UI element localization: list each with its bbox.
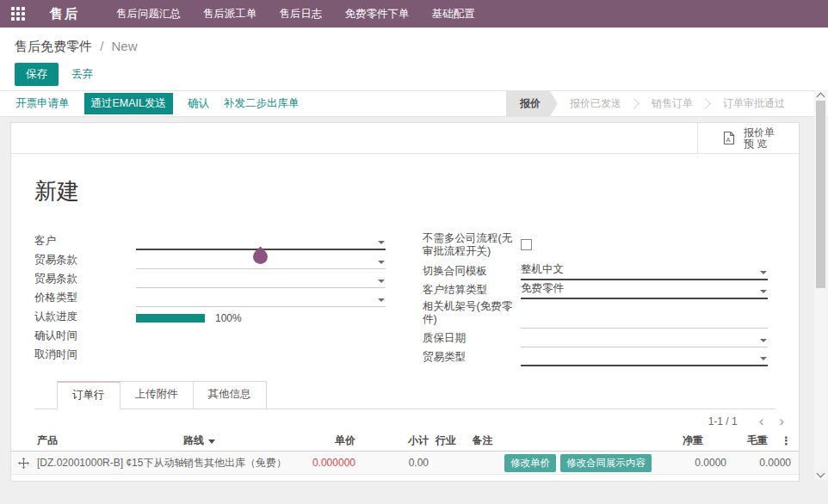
- tab-attachments[interactable]: 上传附件: [120, 381, 194, 409]
- table-row[interactable]: [DZ.02001000R-B] ¢15下从动轴 销售其他出库（免费） 0.00…: [11, 452, 799, 475]
- cell-product[interactable]: [DZ.02001000R-B] ¢15下从动轴: [37, 456, 183, 470]
- notebook: 订单行 上传附件 其他信息: [34, 381, 775, 409]
- cell-gross-weight[interactable]: 0.0000: [726, 457, 791, 469]
- field-trade-terms-2: 贸易条款: [34, 270, 386, 288]
- customer-select[interactable]: [136, 232, 386, 250]
- cell-subtotal[interactable]: 0.00: [355, 457, 429, 469]
- warranty-date-select[interactable]: [521, 329, 768, 347]
- field-trade-terms-1: 贸易条款: [34, 251, 386, 269]
- apps-grid-icon[interactable]: [11, 7, 25, 21]
- caret-down-icon: [760, 290, 767, 293]
- breadcrumb-separator: /: [100, 39, 103, 53]
- vertical-scrollbar[interactable]: [814, 90, 827, 480]
- tab-order-lines[interactable]: 订单行: [57, 381, 120, 409]
- modify-contract-display-button[interactable]: 修改合同展示内容: [560, 454, 652, 472]
- field-label: 不需多公司流程(无审批流程开关): [423, 232, 521, 261]
- col-header-unit-price[interactable]: 单价: [304, 433, 355, 448]
- col-header-gross-weight[interactable]: 毛重: [703, 433, 768, 448]
- breadcrumb: 售后免费零件 / New: [0, 28, 828, 55]
- sheet-toolbar: A 报价单 预 览: [11, 123, 799, 154]
- field-trade-type: 贸易类型: [423, 348, 768, 366]
- col-header-subtotal[interactable]: 小计: [355, 433, 429, 448]
- payment-progress-field: 100%: [136, 308, 386, 326]
- scrollbar-thumb[interactable]: [816, 101, 825, 288]
- row-drag-handle[interactable]: [18, 458, 37, 469]
- field-label: 贸易类型: [423, 351, 521, 366]
- record-title: 新建: [34, 176, 775, 206]
- breadcrumb-current: New: [112, 39, 138, 53]
- confirm-time-value: [136, 327, 386, 345]
- col-header-route[interactable]: 路线: [183, 433, 304, 448]
- cell-route[interactable]: 销售其他出库（免费）: [183, 456, 304, 470]
- confirm-button[interactable]: 确认: [188, 96, 209, 111]
- status-step-quotation[interactable]: 报价: [506, 91, 558, 116]
- discard-button[interactable]: 丢弃: [71, 67, 93, 82]
- scroll-up-icon[interactable]: [817, 93, 825, 101]
- sort-desc-icon: [208, 439, 215, 444]
- pager: 1-1 / 1 ‹ ›: [11, 409, 799, 430]
- quotation-preview-button[interactable]: A 报价单 预 览: [697, 123, 799, 153]
- field-label: 客户: [34, 235, 136, 250]
- caret-down-icon: [378, 241, 385, 244]
- trade-terms-2-select[interactable]: [136, 270, 386, 288]
- add-product-link[interactable]: 添加产品: [11, 475, 80, 482]
- top-navbar: 售后 售后问题汇总 售后派工单 售后日志 免费零件下单 基础配置: [0, 0, 828, 28]
- nav-item-base-config[interactable]: 基础配置: [421, 0, 486, 28]
- invoice-request-button[interactable]: 开票申请单: [15, 96, 70, 111]
- field-label: 价格类型: [34, 292, 136, 307]
- col-header-product[interactable]: 产品: [37, 433, 183, 448]
- nav-item-issue-summary[interactable]: 售后问题汇总: [105, 0, 192, 28]
- caret-down-icon: [378, 298, 385, 302]
- breadcrumb-parent[interactable]: 售后免费零件: [15, 39, 92, 53]
- send-email-button[interactable]: 通过EMAIL发送: [84, 93, 174, 114]
- field-cancel-time: 取消时间: [34, 346, 386, 364]
- tab-bar: 订单行 上传附件 其他信息: [34, 381, 775, 409]
- cancel-time-value: [136, 346, 386, 364]
- content-area: A 报价单 预 览 新建 客户: [0, 117, 828, 504]
- price-type-select[interactable]: [136, 289, 386, 307]
- no-multicompany-checkbox[interactable]: [521, 239, 532, 250]
- caret-down-icon: [378, 280, 385, 283]
- nav-item-logs[interactable]: 售后日志: [269, 0, 334, 28]
- scroll-down-icon[interactable]: [817, 470, 825, 478]
- status-step-sales-order[interactable]: 销售订单: [640, 91, 705, 116]
- settlement-type-select[interactable]: 免费零件: [521, 281, 768, 299]
- optional-columns-toggle[interactable]: ⋮: [768, 434, 792, 447]
- field-warranty-date: 质保日期: [423, 329, 768, 347]
- caret-down-icon: [378, 261, 385, 264]
- field-confirm-time: 确认时间: [34, 327, 386, 345]
- caret-down-icon: [760, 271, 767, 274]
- statusbar: 报价 报价已发送 销售订单 订单审批通过: [506, 91, 797, 116]
- field-label: 确认时间: [34, 329, 136, 345]
- modify-price-button[interactable]: 修改单价: [504, 454, 556, 472]
- field-column-right: 不需多公司流程(无审批流程开关) 切换合同模板 整机中文 客户结算类型: [423, 232, 775, 367]
- nav-item-free-parts-order[interactable]: 免费零件下单: [334, 0, 421, 28]
- col-header-industry[interactable]: 行业: [429, 433, 463, 448]
- nav-menu: 售后问题汇总 售后派工单 售后日志 免费零件下单 基础配置: [105, 0, 486, 28]
- cell-unit-price[interactable]: 0.000000: [304, 457, 355, 469]
- status-step-quotation-sent[interactable]: 报价已发送: [558, 91, 633, 116]
- form-sheet: A 报价单 预 览 新建 客户: [10, 122, 800, 482]
- field-label: 质保日期: [423, 332, 521, 347]
- save-button[interactable]: 保存: [15, 63, 59, 86]
- nav-item-work-orders[interactable]: 售后派工单: [192, 0, 269, 28]
- pager-next-icon[interactable]: ›: [771, 416, 792, 427]
- contract-template-select[interactable]: 整机中文: [521, 262, 768, 280]
- col-header-net-weight[interactable]: 净重: [628, 433, 703, 448]
- progress-bar: [136, 314, 205, 323]
- form-body: 新建 客户 贸易条款: [11, 154, 799, 409]
- col-header-note[interactable]: 备注: [463, 433, 502, 448]
- field-label: 贸易条款: [34, 273, 136, 288]
- pdf-file-icon: A: [722, 131, 736, 145]
- cell-net-weight[interactable]: 0.0000: [652, 457, 726, 469]
- pager-prev-icon[interactable]: ‹: [751, 416, 772, 427]
- app-title[interactable]: 售后: [50, 6, 79, 22]
- related-rack-input[interactable]: [521, 310, 768, 329]
- tab-other-info[interactable]: 其他信息: [194, 381, 267, 409]
- reissue-outbound-button[interactable]: 补发二步出库单: [224, 96, 300, 111]
- row-delete-button[interactable]: [791, 456, 800, 470]
- caret-down-icon: [760, 357, 767, 360]
- field-label: 取消时间: [34, 348, 136, 364]
- status-step-order-approved[interactable]: 订单审批通过: [711, 91, 797, 116]
- trade-type-select[interactable]: [521, 348, 768, 366]
